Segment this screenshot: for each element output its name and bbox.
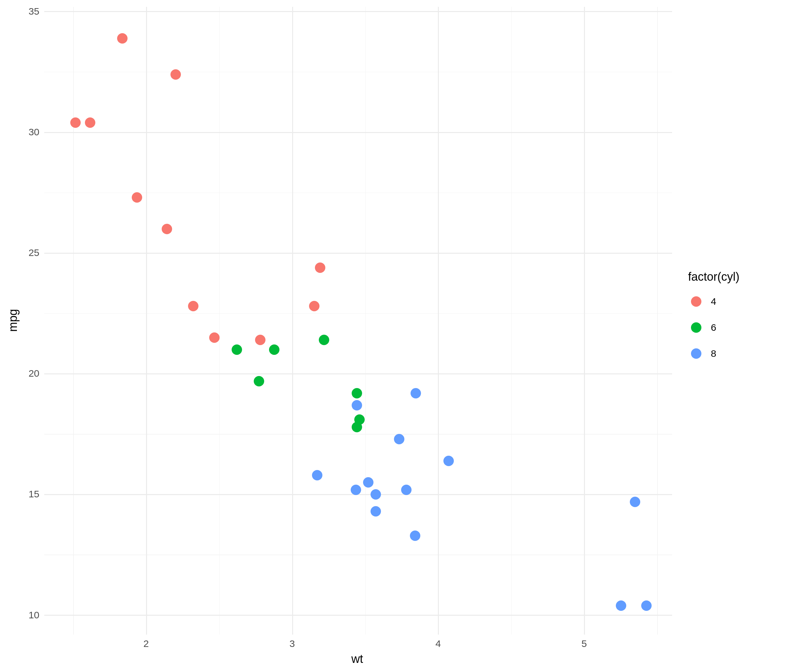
- data-point: [371, 489, 381, 500]
- grid-minor-h: [44, 72, 672, 72]
- grid-major-v: [146, 7, 147, 634]
- legend-key-icon: [691, 296, 701, 307]
- y-axis-title: mpg: [6, 309, 20, 332]
- legend-key-box: [688, 345, 704, 362]
- legend-key-box: [688, 294, 704, 309]
- data-point: [231, 344, 242, 355]
- x-axis-title: wt: [351, 652, 363, 666]
- y-tick-label: 15: [29, 489, 39, 500]
- grid-major-h: [44, 253, 672, 254]
- data-point: [170, 69, 181, 80]
- y-tick-label: 35: [29, 6, 39, 17]
- grid-minor-h: [44, 434, 672, 434]
- data-point: [630, 497, 640, 507]
- data-point: [319, 335, 329, 345]
- grid-minor-v: [365, 7, 366, 634]
- legend-key-box: [688, 319, 704, 336]
- grid-minor-v: [73, 7, 74, 634]
- legend-key-icon: [691, 322, 701, 333]
- data-point: [616, 600, 626, 611]
- grid-minor-v: [219, 7, 220, 634]
- data-point: [188, 301, 199, 311]
- data-point: [209, 333, 220, 343]
- legend-label: 8: [711, 348, 716, 359]
- data-point: [410, 530, 420, 541]
- data-point: [255, 335, 266, 345]
- grid-minor-v: [511, 7, 512, 634]
- x-tick-label: 4: [436, 638, 441, 649]
- grid-minor-h: [44, 313, 672, 314]
- data-point: [352, 388, 362, 399]
- legend: factor(cyl) 468: [688, 270, 740, 372]
- data-point: [312, 470, 322, 480]
- legend-label: 6: [711, 322, 716, 333]
- x-tick-label: 3: [289, 638, 295, 649]
- data-point: [162, 224, 172, 234]
- grid-major-h: [44, 374, 672, 374]
- grid-major-h: [44, 132, 672, 133]
- grid-major-v: [438, 7, 439, 634]
- data-point: [641, 600, 652, 611]
- data-point: [254, 376, 264, 386]
- grid-major-h: [44, 11, 672, 12]
- data-point: [85, 117, 95, 128]
- data-point: [363, 477, 374, 488]
- data-point: [117, 33, 128, 44]
- legend-key-icon: [691, 349, 701, 359]
- x-tick-label: 5: [581, 638, 587, 649]
- data-point: [269, 344, 280, 355]
- legend-item: 6: [688, 319, 740, 336]
- data-point: [411, 388, 421, 399]
- grid-minor-v: [657, 7, 658, 634]
- y-tick-label: 10: [29, 609, 39, 620]
- grid-major-v: [292, 7, 293, 634]
- data-point: [352, 400, 362, 411]
- grid-minor-h: [44, 555, 672, 555]
- y-tick-label: 20: [29, 368, 39, 379]
- data-point: [401, 484, 411, 495]
- legend-item: 8: [688, 345, 740, 362]
- data-point: [352, 422, 362, 432]
- y-tick-label: 25: [29, 247, 39, 258]
- data-point: [371, 506, 381, 517]
- data-point: [351, 484, 361, 495]
- legend-title: factor(cyl): [688, 270, 740, 284]
- y-tick-label: 30: [29, 127, 39, 138]
- grid-major-h: [44, 615, 672, 616]
- plot-panel: [44, 6, 672, 635]
- data-point: [132, 192, 142, 203]
- legend-label: 4: [711, 296, 716, 307]
- data-point: [443, 456, 454, 466]
- data-point: [309, 301, 319, 311]
- data-point: [70, 117, 81, 128]
- data-point: [394, 434, 404, 444]
- legend-item: 4: [688, 294, 740, 309]
- data-point: [315, 263, 325, 273]
- scatter-chart: wt mpg factor(cyl) 468 2345101520253035: [0, 0, 785, 672]
- grid-major-v: [584, 7, 585, 634]
- x-tick-label: 2: [144, 638, 149, 649]
